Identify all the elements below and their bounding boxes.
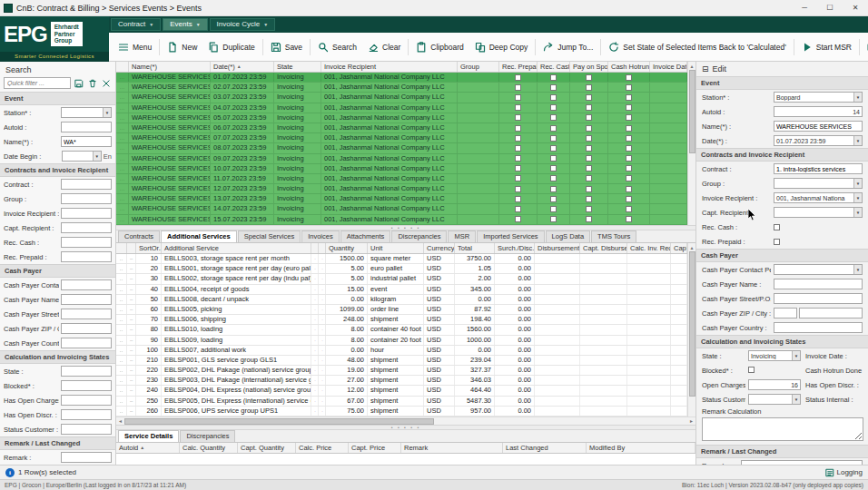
column-header-calc-inv-rec[interactable]: Calc. Inv. Rec. C... <box>627 243 671 253</box>
pay-on-spot-checkbox[interactable] <box>586 135 592 142</box>
rec-cash-checkbox[interactable] <box>550 196 557 202</box>
event-row[interactable]: … WAREHOUSE SERVICES 07.07.2023 23:59 In… <box>116 133 687 143</box>
service-row[interactable]: ‥ – 220 EBLSP002, DHL Pakage (national) … <box>116 366 687 376</box>
autoid-input[interactable] <box>64 124 109 131</box>
close-button[interactable]: ✕ <box>843 0 868 15</box>
pay-on-spot-checkbox[interactable] <box>586 94 592 101</box>
field-input[interactable] <box>64 282 109 289</box>
cash-hotrun-checkbox[interactable] <box>626 155 632 162</box>
remark-calculation-textarea[interactable] <box>702 417 863 441</box>
cash-payer-street-input[interactable] <box>774 296 862 302</box>
minimize-button[interactable]: ─ <box>792 0 817 15</box>
quick-filter-input[interactable] <box>4 77 71 89</box>
rec-prepaid-checkbox[interactable] <box>515 175 521 181</box>
rec-cash-checkbox[interactable] <box>550 114 557 121</box>
cash-hotrun-checkbox[interactable] <box>626 74 632 81</box>
clear-button[interactable]: Clear <box>362 38 406 56</box>
rec-cash-checkbox[interactable] <box>550 206 557 212</box>
column-header-date[interactable]: Date(*)▲ <box>211 62 274 72</box>
event-row[interactable]: … WAREHOUSE SERVICES 09.07.2023 23:59 In… <box>116 154 687 164</box>
column-header-modified-by[interactable]: Modified By <box>587 443 695 453</box>
new-button[interactable]: New <box>162 38 202 56</box>
field-input[interactable] <box>64 455 109 461</box>
credit-debit-button[interactable]: Credit/Debit Creation <box>862 38 868 56</box>
service-row[interactable]: ‥ – 30 EBLLS002, storage space rent per … <box>116 274 687 284</box>
pay-on-spot-checkbox[interactable] <box>586 206 592 212</box>
cash-hotrun-checkbox[interactable] <box>626 165 632 172</box>
maximize-button[interactable]: ☐ <box>817 0 843 15</box>
tab-additional-services[interactable]: Additional Services <box>161 230 237 242</box>
rec-cash-checkbox[interactable] <box>550 186 557 192</box>
service-row[interactable]: ‥ – 40 EBLLS004, receipt of goods · · 15… <box>116 285 687 295</box>
field-input[interactable] <box>64 426 109 433</box>
service-row[interactable]: ‥ – 100 EBLLS007, additional work · · 0.… <box>116 346 687 356</box>
cash-hotrun-checkbox[interactable] <box>626 175 632 181</box>
rec-prepaid-checkbox[interactable] <box>515 155 521 162</box>
field-input[interactable] <box>64 311 109 318</box>
service-row[interactable]: ‥ – 230 EBLSP003, DHL Pakage (internatio… <box>116 376 687 386</box>
column-header-sort-order[interactable]: SortOr..▲ <box>136 243 162 253</box>
group-select[interactable]: ▼ <box>774 178 863 189</box>
column-header-cash-hotrun[interactable]: Cash Hotrun Do... <box>608 62 650 72</box>
tab-imported-services[interactable]: Imported Services <box>477 230 544 242</box>
date-select[interactable]: 01.07.2023 23:59▼ <box>774 135 863 146</box>
rec-prepaid-checkbox[interactable] <box>515 104 521 111</box>
rec-cash-checkbox[interactable] <box>550 104 557 111</box>
rec-prepaid-checkbox[interactable] <box>515 206 521 212</box>
column-header-rec-cash[interactable]: Rec. Cash <box>538 62 570 72</box>
rec-cash-checkbox[interactable] <box>550 165 557 172</box>
pay-on-spot-checkbox[interactable] <box>586 155 592 162</box>
save-filter-icon[interactable] <box>73 77 84 89</box>
column-header-unit[interactable]: Unit <box>368 243 424 253</box>
services-horizontal-scrollbar[interactable]: ◄ ► <box>116 416 695 425</box>
tab-contracts[interactable]: Contracts <box>118 230 160 242</box>
column-header-name[interactable]: Name(*) <box>129 62 211 72</box>
tab-service-details[interactable]: Service Details <box>118 430 179 442</box>
field-input[interactable] <box>64 340 109 347</box>
cash-hotrun-checkbox[interactable] <box>626 145 632 152</box>
column-header-state[interactable]: State <box>274 62 321 72</box>
pay-on-spot-checkbox[interactable] <box>586 216 592 222</box>
pay-on-spot-checkbox[interactable] <box>586 114 592 121</box>
service-row[interactable]: ‥ – 240 EBLSP004, DHL Express (national)… <box>116 386 687 396</box>
cash-hotrun-checkbox[interactable] <box>626 84 632 91</box>
tab-contract[interactable]: Contract▼ <box>111 18 161 31</box>
rec-prepaid-checkbox[interactable] <box>515 94 521 101</box>
cash-hotrun-checkbox[interactable] <box>626 135 632 142</box>
tab-discrepancies[interactable]: Discrepancies <box>391 230 447 242</box>
field-input[interactable] <box>64 397 109 404</box>
tab-tms-tours[interactable]: TMS Tours <box>591 230 636 242</box>
service-row[interactable]: ‥ – 260 EBLSP006, UPS service group UPS1… <box>116 407 687 416</box>
rec-cash-checkbox[interactable] <box>550 175 557 181</box>
rec-prepaid-checkbox[interactable] <box>515 216 521 222</box>
jump-to-button[interactable]: Jump To... <box>538 38 598 56</box>
reset-state-button[interactable]: Set State of Selected Items Back to 'Cal… <box>603 38 791 56</box>
tab-special-services[interactable]: Special Services <box>238 230 301 242</box>
tab-attachments[interactable]: Attachments <box>340 230 391 242</box>
events-vertical-scrollbar[interactable]: ▲ <box>687 62 695 225</box>
cash-hotrun-checkbox[interactable] <box>626 206 632 212</box>
event-row[interactable]: … WAREHOUSE SERVICES 14.07.2023 23:59 In… <box>116 204 687 214</box>
column-header-rec-prepaid[interactable]: Rec. Prepaid <box>499 62 538 72</box>
event-row[interactable]: … WAREHOUSE SERVICES 15.07.2023 23:59 In… <box>116 215 687 225</box>
column-header-invoice-date[interactable]: Invoice Date <box>650 62 687 72</box>
event-name-input[interactable] <box>774 123 862 130</box>
column-header-calc-price[interactable]: Calc. Price <box>296 443 349 453</box>
pay-on-spot-checkbox[interactable] <box>586 74 592 81</box>
cash-payer-city-input[interactable] <box>800 310 862 317</box>
rec-prepaid-checkbox[interactable] <box>515 135 521 142</box>
event-row[interactable]: … WAREHOUSE SERVICES 10.07.2023 23:59 In… <box>116 164 687 174</box>
cash-payer-contact-select[interactable]: ▼ <box>774 264 863 275</box>
column-header-group[interactable]: Group <box>458 62 499 72</box>
scrollbar-thumb[interactable] <box>689 251 695 397</box>
rec-prepaid-checkbox[interactable] <box>515 196 521 202</box>
column-header-remark[interactable]: Remark <box>401 443 503 453</box>
cash-payer-zip-input[interactable] <box>774 310 796 317</box>
station-select[interactable]: ▼ <box>61 107 112 118</box>
column-header-capt-disbursement[interactable]: Capt. Disbursem.. <box>580 243 627 253</box>
service-row[interactable]: ‥ – 60 EBLLS005, picking · · 1099.00 ord… <box>116 305 687 315</box>
field-input[interactable] <box>64 412 109 418</box>
rec-prepaid-checkbox[interactable] <box>515 84 521 91</box>
tab-invoices[interactable]: Invoices <box>301 230 340 242</box>
cash-hotrun-checkbox[interactable] <box>626 216 632 222</box>
